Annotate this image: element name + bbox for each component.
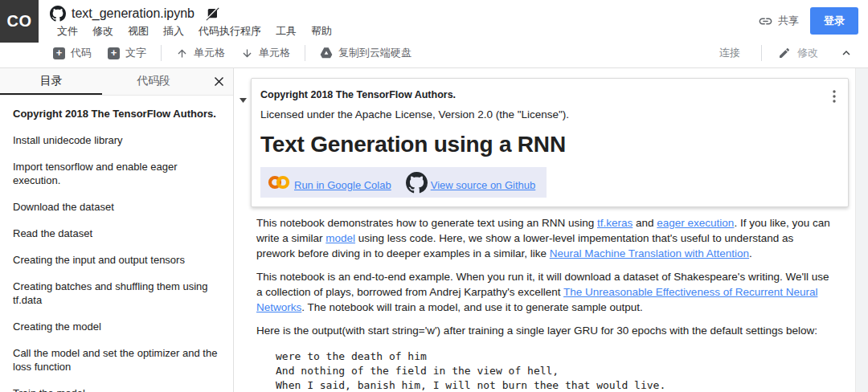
toc-item[interactable]: Copyright 2018 The TensorFlow Authors. [0,100,233,127]
paragraph-2: This notebook is an end-to-end example. … [256,269,831,315]
text-run: . The notebook will train a model, and u… [301,301,643,313]
toc-item[interactable]: Install unidecode library [0,127,233,153]
app-header: CO text_generation.ipynb 文件修改视图插入代码执行程序工… [0,0,868,39]
drive-icon [320,47,333,59]
toolbar-divider [305,45,305,61]
close-icon [213,76,225,88]
text-run: and [633,217,657,229]
toc-item[interactable]: Import tensorflow and enable eager execu… [0,153,233,194]
toc-item[interactable]: Call the model and set the optimizer and… [0,340,233,380]
copyright-text: Copyright 2018 The TensorFlow Authors. [260,89,835,100]
add-code-label: 代码 [71,46,92,60]
notebook-content: Copyright 2018 The TensorFlow Authors. L… [234,68,855,392]
arrow-up-icon [176,47,188,59]
menu-view[interactable]: 视图 [121,22,156,40]
inline-link[interactable]: Neural Machine Translation with Attentio… [550,247,749,259]
toc-item[interactable]: Train the model [0,380,233,392]
cell-menu-button[interactable] [831,88,837,104]
notebook-toolbar: + 代码 + 文字 单元格 单元格 复制到云端硬盘 连接 [0,39,868,68]
add-text-cell-button[interactable]: + 文字 [100,39,154,67]
move-cell-down-button[interactable]: 单元格 [233,39,298,67]
markdown-cell-header[interactable]: Copyright 2018 The TensorFlow Authors. L… [251,78,849,207]
toc-item[interactable]: Download the dataset [0,194,233,220]
move-cell-up-label: 单元格 [194,46,225,60]
toc-item[interactable]: Creating the input and output tensors [0,247,233,273]
text-run: This notebook demonstrates how to genera… [256,217,597,229]
toc-item[interactable]: Read the dataset [0,220,233,247]
tab-snippets[interactable]: 代码段 [102,68,204,95]
pencil-icon [778,47,791,59]
share-button[interactable]: 共享 [753,10,804,32]
copy-to-drive-button[interactable]: 复制到云端硬盘 [312,39,420,67]
arrow-down-icon [241,47,253,59]
add-text-icon: + [108,47,120,59]
table-of-contents: Copyright 2018 The TensorFlow Authors.In… [0,96,233,392]
edit-mode-button[interactable]: 修改 [768,46,828,60]
view-source-github-link[interactable]: View source on Github [431,179,536,191]
inline-link[interactable]: model [326,232,355,244]
page-title: Text Generation using a RNN [260,132,835,157]
text-run: . [749,247,752,259]
move-cell-down-label: 单元格 [259,46,290,60]
signin-button[interactable]: 登录 [810,7,858,35]
link-icon [758,14,773,29]
inline-link[interactable]: tf.keras [597,217,633,229]
chevron-up-icon [839,46,854,60]
add-code-icon: + [53,47,65,59]
share-label: 共享 [778,14,799,28]
colab-badge-icon [267,174,291,190]
toc-item[interactable]: Creating batches and shuffling them usin… [0,273,233,313]
header-actions: 共享 登录 [753,7,858,35]
menu-edit[interactable]: 修改 [85,22,121,40]
license-text: Licensed under the Apache License, Versi… [260,108,835,120]
add-code-cell-button[interactable]: + 代码 [45,39,100,67]
menu-bar: 文件修改视图插入代码执行程序工具帮助 [50,22,868,40]
toolbar-right: 连接 修改 [705,45,857,61]
markdown-cell-intro: This notebook demonstrates how to genera… [251,207,849,392]
run-in-colab-link[interactable]: Run in Google Colab [294,179,391,191]
copy-to-drive-label: 复制到云端硬盘 [338,46,411,60]
menu-file[interactable]: 文件 [50,22,85,40]
github-badge-icon [406,172,428,194]
badge-bar: Run in Google Colab View source on Githu… [260,167,547,198]
sidebar-close-button[interactable] [205,68,234,95]
inline-link[interactable]: eager execution [657,217,734,229]
connect-button[interactable]: 连接 [705,46,755,60]
toc-item[interactable]: Creating the model [0,313,233,340]
paragraph-1: This notebook demonstrates how to genera… [256,215,831,261]
edit-mode-label: 修改 [797,46,818,60]
comment-disabled-icon [205,6,219,21]
vertical-scrollbar[interactable] [855,68,868,392]
sidebar-tabs: 目录 代码段 [0,68,233,96]
move-cell-up-button[interactable]: 单元格 [168,39,233,67]
menu-runtime[interactable]: 代码执行程序 [191,22,268,40]
menu-insert[interactable]: 插入 [156,22,191,40]
github-icon [50,6,66,22]
menu-tools[interactable]: 工具 [268,22,304,40]
collapse-toolbar-button[interactable] [828,46,857,60]
colab-app: CO text_generation.ipynb 文件修改视图插入代码执行程序工… [0,0,868,392]
add-text-label: 文字 [125,46,146,60]
sample-output-code-block: were to the death of him And nothing of … [276,349,831,392]
paragraph-3: Here is the output(with start string='w'… [256,323,831,338]
tab-toc[interactable]: 目录 [0,68,102,95]
toolbar-divider [161,45,162,61]
colab-logo[interactable]: CO [0,0,39,43]
menu-help[interactable]: 帮助 [304,22,339,40]
toolbar-divider [761,45,762,61]
notebook-title-row: text_generation.ipynb [50,0,868,22]
header-main: text_generation.ipynb 文件修改视图插入代码执行程序工具帮助 [50,0,868,40]
cell-collapse-toggle[interactable] [240,98,247,103]
sidebar: 目录 代码段 Copyright 2018 The TensorFlow Aut… [0,68,234,392]
notebook-body: 目录 代码段 Copyright 2018 The TensorFlow Aut… [0,68,868,392]
notebook-title[interactable]: text_generation.ipynb [72,6,194,21]
